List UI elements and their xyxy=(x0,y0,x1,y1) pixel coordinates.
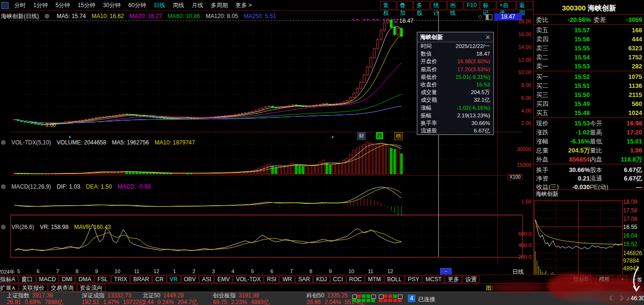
price-tick: 4.00 xyxy=(507,108,531,114)
tool-button-统计[interactable]: 统计 xyxy=(431,1,447,10)
price-tick: 14.00 xyxy=(507,44,531,50)
indicator-tab-SAR[interactable]: SAR xyxy=(295,276,313,283)
indicator-tab-OBV[interactable]: OBV xyxy=(181,276,199,283)
popup-row-最高价: 最高价17.20(3.93%) xyxy=(417,66,493,73)
period-tab-月线[interactable]: 月线 xyxy=(188,0,207,10)
info-row: 总量204.5万量比1.06 xyxy=(534,146,644,155)
tool-button-多股[interactable]: 多股 xyxy=(413,1,430,10)
info-row: 涨幅-6.16%最低15.01 xyxy=(534,137,644,146)
popup-row-最低价: 最低价15.01(-9.31%) xyxy=(417,73,493,81)
indicator-tab-ROC[interactable]: ROC xyxy=(346,276,365,283)
close-icon[interactable]: ✕ xyxy=(485,34,490,41)
mute-icon[interactable]: ☾ xyxy=(609,295,615,302)
indicator-tab-KDJ[interactable]: KDJ xyxy=(313,276,330,283)
indicator-tab-MTM[interactable]: MTM xyxy=(365,276,384,283)
theme-icon[interactable]: ☽ xyxy=(618,295,624,302)
volume-unit-label: X100 xyxy=(508,174,522,180)
index-quote-北证50: 北证501449.283.440.24%204.7亿 xyxy=(143,293,197,305)
xaxis-label: 7 xyxy=(290,268,293,274)
macd-tick: 1.50 xyxy=(507,199,531,204)
tool-button-返回[interactable]: 返回 xyxy=(517,1,533,10)
indicator-tab-RSI[interactable]: RSI xyxy=(264,276,279,283)
header-value: MACD(12,26,9) xyxy=(11,183,51,190)
indicator-tab-DMI[interactable]: DMI xyxy=(59,276,75,283)
pane-circle-icon[interactable] xyxy=(1,184,6,189)
bell-icon[interactable]: ♪ xyxy=(626,295,630,302)
popup-row-振幅: 振幅2.19(13.23%) xyxy=(417,112,493,119)
xaxis-label: 5 xyxy=(251,268,254,274)
tool-button-叠加[interactable]: 叠加 xyxy=(397,1,413,10)
period-tab-5分钟[interactable]: 5分钟 xyxy=(52,0,74,10)
period-tab-周线[interactable]: 周线 xyxy=(169,0,188,10)
info2-row: 净资0.21流通6.67亿 xyxy=(534,174,644,183)
function-tab-资金流向[interactable]: 资金流向 xyxy=(77,284,106,292)
indicator-tab-窗口[interactable]: 窗口 xyxy=(19,276,36,283)
indicator-tab-VOL-TDX[interactable]: VOL-TDX xyxy=(233,276,263,283)
indicator-tab-TRIX[interactable]: TRIX xyxy=(111,276,130,283)
header-value: MA5: 1962756 xyxy=(112,139,149,146)
pane-circle-icon[interactable] xyxy=(1,140,6,145)
indicator-tab-FSL[interactable]: FSL xyxy=(95,276,111,283)
indicator-tab-更多[interactable]: 更多 xyxy=(445,276,462,283)
indicator-tab-CR[interactable]: CR xyxy=(153,276,166,283)
period-tab-日线[interactable]: 日线 xyxy=(150,0,169,10)
xaxis-label: 2 xyxy=(192,268,195,274)
watermark-text: 等 xyxy=(637,276,642,284)
ma-values: MA5: 15.74MA10: 16.62MA20: 16.27MA60: 10… xyxy=(57,13,282,19)
xaxis-label: 9 xyxy=(95,268,98,274)
tool-button-F10[interactable]: F10 xyxy=(464,1,480,10)
period-tab-1分钟[interactable]: 1分钟 xyxy=(29,0,52,10)
sell-row-4: 卖四15.56444 xyxy=(534,35,644,44)
period-tab-分时[interactable]: 分时 xyxy=(10,0,29,10)
function-tab-关联报价[interactable]: 关联报价 xyxy=(19,284,48,292)
tool-button-标记[interactable]: 标记 xyxy=(480,1,496,10)
event-badge-榜[interactable]: 榜 xyxy=(394,132,403,140)
indicator-tab-PSY[interactable]: PSY xyxy=(405,276,422,283)
main-chart-header: 海峡创新(日线) MA5: 15.74MA10: 16.62MA20: 16.2… xyxy=(1,12,288,19)
indicator-tab-ASI[interactable]: ASI xyxy=(199,276,214,283)
indicator-tab-CCI[interactable]: CCI xyxy=(330,276,346,283)
indicator-tab-指标A[interactable]: 指标A xyxy=(0,276,18,283)
period-tab-30分钟[interactable]: 30分钟 xyxy=(99,0,125,10)
low-price-annotation: 1.00 xyxy=(46,122,56,128)
indicator-tab-MACD[interactable]: MACD xyxy=(36,276,58,283)
panel-toggle-icon[interactable] xyxy=(486,14,492,20)
indicator-tab-BRAR[interactable]: BRAR xyxy=(130,276,152,283)
weibi-row: 委比-20.56%委差-3059 xyxy=(534,15,644,24)
header-value: MA10: 16.62 xyxy=(92,13,124,19)
macd-pane-header: MACD(12,26,9)DIF: 1.03DEA: 1.50MACD: -0.… xyxy=(1,183,162,191)
indicator-tab-WR[interactable]: WR xyxy=(279,276,295,283)
period-tab-60分钟[interactable]: 60分钟 xyxy=(125,0,150,10)
marker-triangle-icon[interactable]: ▲ xyxy=(68,134,72,139)
tool-button-+自选[interactable]: +自选 xyxy=(497,1,516,10)
kline-data-popup: 海峡创新 ✕ 时间2025/12/22/一数值18.47开盘价16.98(2.6… xyxy=(417,32,494,135)
indicator-tab-MCST[interactable]: MCST xyxy=(423,276,444,283)
tool-button-画线[interactable]: 画线 xyxy=(447,1,463,10)
period-tab-15分钟[interactable]: 15分钟 xyxy=(74,0,99,10)
menu-grid-icon[interactable] xyxy=(1,2,9,9)
xaxis-label: 1 xyxy=(173,268,176,274)
event-badge-财[interactable]: 财 xyxy=(357,132,365,140)
volume-tick: 15000 xyxy=(507,162,531,168)
popup-row-开盘价: 开盘价16.98(2.60%) xyxy=(417,57,493,65)
indicator-tab-EMV[interactable]: EMV xyxy=(214,276,232,283)
function-tab-扩展∧[interactable]: 扩展∧ xyxy=(0,284,19,292)
indicator-tab-DMA[interactable]: DMA xyxy=(76,276,94,283)
collapse-circle-icon[interactable] xyxy=(45,14,49,19)
index-quote-上证指数: 上证指数3917.3626.910.69%7898亿 xyxy=(7,293,63,305)
indicator-tab-VR[interactable]: VR xyxy=(167,276,181,283)
diamond-icon[interactable]: ◇ xyxy=(478,13,482,19)
indicator-tab-BOLL[interactable]: BOLL xyxy=(384,276,405,283)
mini-price-tick: 17.06 xyxy=(623,216,637,222)
pane-circle-icon[interactable] xyxy=(1,225,6,229)
status-bar: 上证指数3917.3626.910.69%7898亿深证成指13332.7319… xyxy=(0,292,644,305)
mini-price-tick: 17.58 xyxy=(623,207,637,214)
tool-button-复权[interactable]: 复权 xyxy=(380,1,396,10)
volume-pane-header: VOL-TDX(5,10)VOLUME: 2044658MA5: 1962756… xyxy=(1,139,206,146)
event-badge-跌[interactable]: 跌 xyxy=(376,132,383,139)
period-tab-多周期[interactable]: 多周期 xyxy=(207,0,231,10)
period-tab-更多 >[interactable]: 更多 > xyxy=(231,0,255,10)
marker-triangle-icon[interactable]: ▲ xyxy=(331,134,335,139)
indicator-tab-设置[interactable]: 设置 xyxy=(462,276,480,283)
function-tab-交易查询[interactable]: 交易查询 xyxy=(48,284,77,292)
